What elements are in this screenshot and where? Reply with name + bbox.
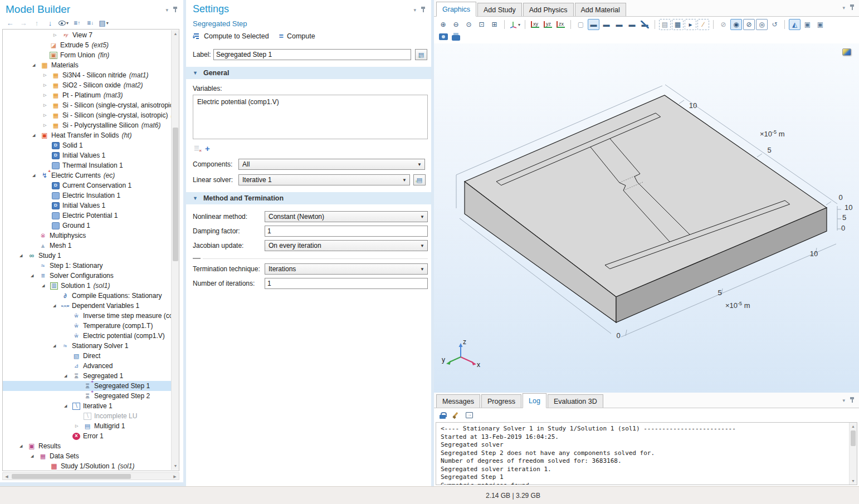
tree-item[interactable]: Ξ+Segregated Step 1: [3, 381, 172, 391]
expander-icon[interactable]: ▷: [43, 73, 52, 77]
label-input[interactable]: [213, 49, 411, 60]
delete-variable-icon[interactable]: ☰: [194, 145, 199, 152]
pin-icon[interactable]: [173, 7, 178, 13]
termination-technique-select[interactable]: Iterations▼: [265, 263, 428, 275]
variables-item[interactable]: Electric potential (comp1.V): [197, 98, 423, 106]
zoom-extents-button[interactable]: ⊡: [476, 19, 487, 30]
expander-icon[interactable]: ▷: [43, 103, 52, 107]
tree-item[interactable]: Electric Potential 1: [3, 211, 172, 221]
model-tree-node-text-button[interactable]: ▤▾: [98, 18, 109, 28]
tree-item[interactable]: ▣Form Union(fin): [3, 50, 172, 60]
components-select[interactable]: All▼: [238, 159, 425, 170]
scroll-left-icon[interactable]: ◀: [3, 473, 11, 480]
tree-item[interactable]: ▷▦Pt - Platinum(mat3): [3, 90, 172, 100]
show-hidden-button[interactable]: ◎: [756, 19, 768, 30]
tree-item[interactable]: ◢▦Data Sets: [3, 451, 172, 461]
no-rendering-button[interactable]: ▬: [639, 19, 651, 30]
copy-image-clipboard-button[interactable]: ▤: [659, 19, 671, 30]
zoom-out-button[interactable]: ⊖: [450, 19, 462, 30]
tree-item[interactable]: ▷▦SiO2 - Silicon oxide(mat2): [3, 80, 172, 90]
panel-menu-icon[interactable]: ▾: [165, 7, 168, 13]
tree-item[interactable]: ▷▦Si - Polycrystalline Silicon(mat6): [3, 120, 172, 130]
back-button[interactable]: ←: [4, 18, 16, 28]
view-yz-button[interactable]: yz: [542, 19, 554, 30]
reset-hiding-button[interactable]: ↺: [769, 19, 780, 30]
zoom-selected-button[interactable]: ⊙: [463, 19, 475, 30]
wireframe-rendering-button[interactable]: ▬: [588, 19, 599, 30]
model-tree[interactable]: ▷xyView 7◪Extrude 5(ext5)▣Form Union(fin…: [3, 30, 172, 470]
number-of-iterations-input[interactable]: [265, 278, 428, 289]
tree-item[interactable]: ◢▣Heat Transfer in Solids(ht): [3, 130, 172, 140]
tree-item[interactable]: ▧Direct: [3, 351, 172, 361]
expander-icon[interactable]: ▷: [43, 123, 52, 128]
nonlinear-method-select[interactable]: Constant (Newton)▼: [265, 211, 428, 222]
tree-horizontal-scrollbar[interactable]: ◀ ▶: [2, 472, 179, 480]
view-zx-button[interactable]: zx: [555, 19, 567, 30]
tab-evaluation-3d[interactable]: Evaluation 3D: [548, 394, 603, 408]
show-options-button[interactable]: ▾: [58, 18, 69, 28]
tree-item[interactable]: DCurrent Conservation 1: [3, 180, 172, 190]
log-scrollbar[interactable]: ▲ ▼: [849, 423, 857, 485]
hide-selected-button[interactable]: ⊘: [743, 19, 755, 30]
expander-icon[interactable]: ▷: [43, 113, 52, 118]
lock-scroll-icon[interactable]: [440, 412, 446, 419]
tree-item[interactable]: DInitial Values 1: [3, 200, 172, 211]
hide-geometric-entities-button[interactable]: ◉: [730, 19, 742, 30]
tab-add-physics[interactable]: Add Physics: [523, 3, 574, 16]
zoom-fit-button[interactable]: ⊞: [489, 19, 500, 30]
go-to-default-3d-view-button[interactable]: ▾: [509, 19, 521, 30]
tab-add-material[interactable]: Add Material: [575, 3, 626, 16]
pin-icon[interactable]: [421, 7, 426, 13]
expander-icon[interactable]: ◢: [53, 344, 61, 348]
panel-menu-icon[interactable]: ▾: [842, 398, 845, 403]
tree-item[interactable]: Ground 1: [3, 221, 172, 231]
tree-item[interactable]: ×Error 1: [3, 431, 172, 441]
view-xy-button[interactable]: xy: [529, 19, 541, 30]
expander-icon[interactable]: ▷: [43, 83, 52, 87]
tree-item[interactable]: DSolid 1: [3, 140, 172, 150]
tree-item[interactable]: w̄Temperature (comp1.T): [3, 321, 172, 331]
tree-item[interactable]: ≈Step 1: Stationary: [3, 261, 172, 271]
tree-item[interactable]: ∂Compile Equations: Stationary: [3, 291, 172, 301]
tree-vertical-scrollbar[interactable]: ▲ ▼: [171, 30, 179, 470]
tree-item[interactable]: w̄Inverse time step measure (cor: [3, 311, 172, 321]
variables-listbox[interactable]: Electric potential (comp1.V): [193, 95, 428, 139]
expander-icon[interactable]: ◢: [32, 173, 41, 178]
surface-edge-rendering-button[interactable]: ▬: [613, 19, 625, 30]
view-widget-icon[interactable]: [842, 48, 851, 56]
add-variable-icon[interactable]: +: [205, 144, 210, 153]
panel-menu-icon[interactable]: ▾: [842, 5, 845, 11]
environment-reflections-button[interactable]: ▣: [802, 19, 813, 30]
tree-item[interactable]: ▦Study 1/Solution 1(sol1): [3, 461, 172, 470]
expander-icon[interactable]: ◢: [64, 374, 72, 378]
damping-factor-input[interactable]: [265, 226, 428, 237]
expander-icon[interactable]: ◢: [31, 454, 39, 458]
tree-item[interactable]: ◢≡Solver Configurations: [3, 271, 172, 281]
tab-add-study[interactable]: Add Study: [477, 3, 522, 16]
export-image-button[interactable]: ▦: [672, 19, 684, 30]
transparency-toggle-button[interactable]: ⊘: [718, 19, 729, 30]
scene-light-button[interactable]: ◭: [789, 19, 801, 30]
tab-log[interactable]: Log: [523, 393, 546, 408]
jacobian-update-select[interactable]: On every iteration▼: [265, 240, 428, 251]
expander-icon[interactable]: ◢: [32, 133, 41, 138]
panel-menu-icon[interactable]: ▾: [413, 7, 416, 13]
tab-progress[interactable]: Progress: [481, 394, 521, 408]
forward-button[interactable]: →: [18, 18, 29, 28]
compute-button[interactable]: = Compute: [279, 32, 315, 40]
tab-graphics[interactable]: Graphics: [436, 2, 476, 17]
tree-item[interactable]: ◢▥Solution 1(sol1): [3, 281, 172, 291]
tree-item[interactable]: ⊿Advanced: [3, 361, 172, 371]
image-snapshot-button[interactable]: [437, 31, 449, 42]
expander-icon[interactable]: ◢: [19, 253, 28, 258]
scroll-down-icon[interactable]: ▼: [850, 477, 857, 485]
pin-icon[interactable]: [850, 397, 855, 403]
scroll-up-icon[interactable]: ▲: [172, 30, 179, 38]
expander-icon[interactable]: ▷: [75, 424, 84, 428]
scrollbar-thumb[interactable]: [173, 128, 178, 261]
open-in-new-window-icon[interactable]: →: [466, 412, 473, 418]
expander-icon[interactable]: ◢: [19, 444, 28, 448]
rename-button[interactable]: ▤→: [415, 49, 427, 60]
tree-item[interactable]: ◢u,v,wDependent Variables 1: [3, 301, 172, 311]
expander-icon[interactable]: ◢: [53, 304, 61, 308]
